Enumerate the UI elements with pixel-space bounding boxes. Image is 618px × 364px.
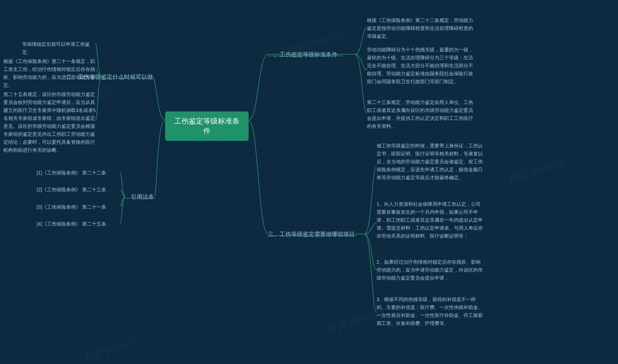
- branch-items[interactable]: 三、工伤等级鉴定需要做哪些项目: [268, 230, 355, 238]
- watermark: 树图 shutu.cn: [325, 305, 385, 336]
- leaf-b3-1: 做工伤等级鉴定的时候，需要带上身份证，工伤认定书，医院证明、医疗证明等相关材料，…: [376, 142, 483, 182]
- leaf-b3-3: 2、如果经过治疗伤情相对稳定后存在残疾、影响劳动能力的，应当申请劳动能力鉴定，向…: [376, 258, 483, 282]
- branch-standard[interactable]: 一、工伤鉴定等级标准条件: [268, 51, 337, 58]
- leaf-b4-4: [4]《工伤保险条例》 第二十五条: [37, 220, 120, 228]
- leaf-b4-3: [3]《工伤保险条例》 第二十一条: [37, 203, 120, 211]
- leaf-b4-2: [2]《工伤保险条例》 第二十三条: [37, 186, 120, 194]
- leaf-b4-1: [1]《工伤保险条例》 第二十二条: [37, 169, 120, 177]
- leaf-b2-3: 第二十五条规定，设区的市级劳动能力鉴定委员会收到劳动能力鉴定申请后，应当从其建立…: [3, 91, 96, 154]
- watermark: 树图 shutu.cn: [81, 334, 141, 364]
- root-node[interactable]: 工伤鉴定等级标准条件: [165, 111, 249, 141]
- leaf-b3-2: 1、向人力资源和社会保障局申请工伤认定，公司需要在事故发生的一个月内申报，如果公…: [376, 200, 483, 240]
- leaf-b1-3: 第二十三条规定，劳动能力鉴定由用人单位、工伤职工或者其近亲属向设区的市级劳动能力…: [367, 98, 473, 130]
- leaf-b1-2: 劳动功能障碍分为十个伤残等级，最重的为一级，最轻的为十级。生活自理障碍分为三个等…: [367, 46, 473, 86]
- leaf-b2-2: 根据《工伤保险条例》第二十一条规定，职工发生工伤，经治疗伤情相对稳定后存在残疾、…: [3, 57, 95, 89]
- branch-cite[interactable]: 引用法条: [131, 193, 154, 201]
- leaf-b1-1: 根据《工伤保险条例》第二十二条规定，劳动能力鉴定是指劳动功能障碍程度和生活自理障…: [367, 16, 473, 40]
- leaf-b3-4: 3、根据不同的伤残等级，获得的补偿是不一样的。主要的补偿是：医疗费、一次性伤残补…: [376, 296, 483, 327]
- watermark: 树图 shutu.cn: [506, 155, 566, 186]
- leaf-b2-1: 等病情稳定后就可以申请工伤鉴定。: [22, 40, 95, 56]
